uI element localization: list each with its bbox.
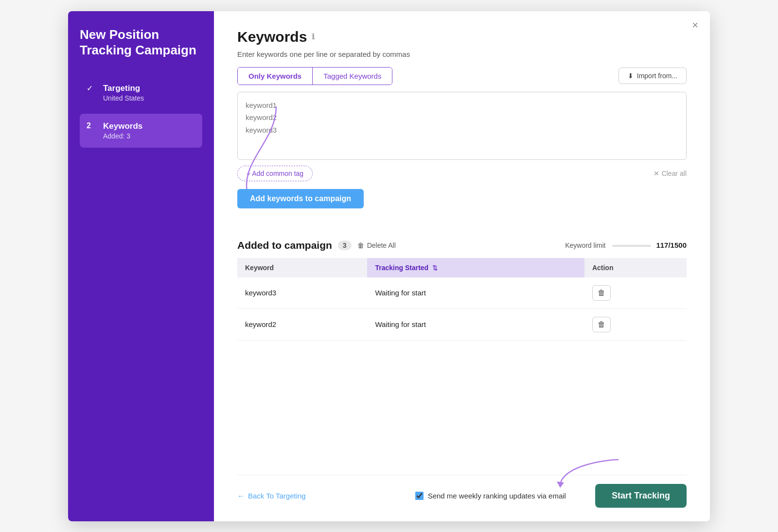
sidebar-keywords-sublabel: Added: 3 (103, 132, 142, 140)
tracking-started-cell: Waiting for start (367, 309, 584, 340)
modal-wrapper: New Position Tracking Campaign ✓ Targeti… (68, 11, 710, 521)
sidebar-keywords-label: Keywords (103, 121, 142, 131)
main-content: × Keywords ℹ Enter keywords one per line… (214, 11, 710, 521)
tab-group: Only Keywords Tagged Keywords (237, 67, 392, 85)
action-cell: 🗑 (584, 309, 687, 340)
add-tag-label: + Add common tag (247, 170, 303, 177)
add-keywords-container: Add keywords to campaign (237, 189, 687, 224)
check-icon: ✓ (87, 84, 97, 93)
back-button-label: Back To Targeting (248, 492, 306, 500)
col-tracking-started-label: Tracking Started (375, 264, 428, 272)
tab-only-keywords[interactable]: Only Keywords (238, 68, 313, 85)
close-button[interactable]: × (692, 20, 698, 31)
table-header: Keyword Tracking Started ⇅ Action (237, 258, 687, 277)
sidebar-targeting-sublabel: United States (103, 94, 144, 102)
added-title: Added to campaign (237, 240, 332, 251)
back-to-targeting-button[interactable]: ← Back To Targeting (237, 492, 306, 500)
tag-clear-row: + Add common tag ✕ Clear all (237, 166, 687, 181)
email-checkbox-label: Send me weekly ranking updates via email (428, 492, 566, 500)
delete-row-button[interactable]: 🗑 (592, 317, 611, 332)
keywords-table: Keyword Tracking Started ⇅ Action keywor… (237, 258, 687, 341)
keyword-cell: keyword3 (237, 277, 367, 309)
email-checkbox[interactable] (415, 492, 424, 500)
title-text: Keywords (237, 29, 307, 45)
clear-all-button[interactable]: ✕ Clear all (654, 170, 687, 177)
sidebar-item-keywords[interactable]: 2 Keywords Added: 3 (80, 114, 202, 148)
sidebar-title: New Position Tracking Campaign (80, 27, 202, 58)
trash-icon: 🗑 (357, 241, 364, 249)
tracking-started-cell: Waiting for start (367, 277, 584, 309)
section-title: Keywords ℹ (237, 29, 687, 45)
svg-marker-1 (557, 481, 564, 488)
keyword-limit-info: Keyword limit 117/1500 (565, 241, 687, 249)
keyword-limit-label: Keyword limit (565, 241, 605, 249)
col-tracking-started[interactable]: Tracking Started ⇅ (367, 258, 584, 277)
added-count-badge: 3 (338, 240, 352, 250)
add-keywords-button[interactable]: Add keywords to campaign (237, 189, 364, 208)
delete-all-label: Delete All (367, 241, 396, 249)
sidebar-item-targeting[interactable]: ✓ Targeting United States (80, 76, 202, 110)
col-action: Action (584, 258, 687, 277)
info-icon[interactable]: ℹ (312, 32, 315, 41)
sidebar-targeting-label: Targeting (103, 84, 144, 93)
section-description: Enter keywords one per line or separated… (237, 50, 687, 58)
added-to-campaign-section: Added to campaign 3 🗑 Delete All Keyword… (237, 240, 687, 341)
sort-icon: ⇅ (432, 264, 438, 272)
sidebar: New Position Tracking Campaign ✓ Targeti… (68, 11, 214, 521)
start-tracking-container: Start Tracking (595, 484, 687, 508)
keyword-cell: keyword2 (237, 309, 367, 340)
footer-bar: ← Back To Targeting Send me weekly ranki… (237, 475, 687, 508)
delete-row-button[interactable]: 🗑 (592, 285, 611, 301)
tab-tagged-keywords[interactable]: Tagged Keywords (313, 68, 392, 85)
clear-icon: ✕ (654, 170, 659, 177)
arrow-left-icon: ← (237, 492, 245, 500)
added-header: Added to campaign 3 🗑 Delete All Keyword… (237, 240, 687, 251)
keyword-limit-bar (612, 245, 651, 247)
table-row: keyword2 Waiting for start 🗑 (237, 309, 687, 340)
import-icon: ⬇ (628, 72, 634, 80)
table-body: keyword3 Waiting for start 🗑 keyword2 Wa… (237, 277, 687, 341)
delete-all-button[interactable]: 🗑 Delete All (357, 241, 396, 249)
import-button[interactable]: ⬇ Import from... (619, 68, 687, 84)
arrow-decoration-2 (555, 455, 623, 494)
clear-all-label: Clear all (662, 170, 687, 177)
keywords-textarea[interactable] (237, 92, 687, 160)
action-cell: 🗑 (584, 277, 687, 309)
keyword-limit-value: 117/1500 (656, 241, 687, 249)
col-keyword: Keyword (237, 258, 367, 277)
email-checkbox-row: Send me weekly ranking updates via email (415, 492, 566, 500)
table-row: keyword3 Waiting for start 🗑 (237, 277, 687, 309)
step-number: 2 (87, 121, 97, 130)
import-label: Import from... (637, 72, 677, 80)
tabs-row: Only Keywords Tagged Keywords ⬇ Import f… (237, 67, 687, 85)
add-common-tag-button[interactable]: + Add common tag (237, 166, 313, 181)
